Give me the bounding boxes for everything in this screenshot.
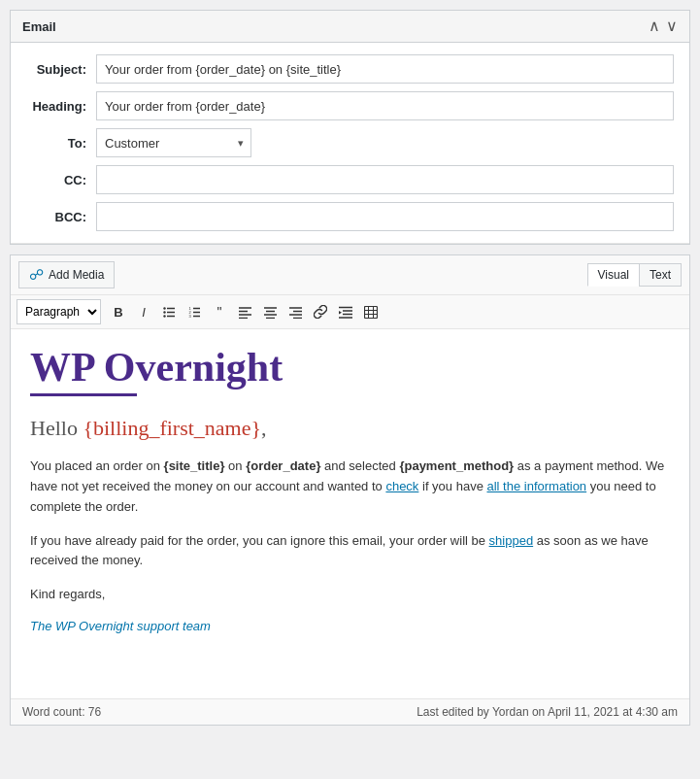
svg-marker-28 — [339, 311, 342, 315]
expand-icon[interactable]: ∨ — [666, 18, 678, 34]
order-date-placeholder: {order_date} — [246, 458, 320, 473]
blockquote-button[interactable]: " — [208, 300, 231, 323]
subject-label: Subject: — [26, 62, 96, 77]
editor-toolbar-top: ☍ Add Media Visual Text — [11, 255, 689, 295]
shipped-link: shipped — [489, 533, 534, 548]
add-media-button[interactable]: ☍ Add Media — [18, 261, 115, 288]
cc-label: CC: — [26, 173, 96, 187]
to-label: To: — [26, 136, 96, 151]
ordered-list-button[interactable]: 123 — [183, 300, 206, 323]
editor-content[interactable]: WP Overnight Hello {billing_first_name},… — [11, 329, 689, 698]
heading-input[interactable] — [96, 91, 674, 120]
bcc-input[interactable] — [96, 202, 674, 231]
table-button[interactable] — [359, 300, 383, 323]
add-media-icon: ☍ — [29, 266, 44, 284]
align-center-button[interactable] — [258, 300, 282, 323]
panel-header: Email ∧ ∨ — [11, 11, 689, 43]
check-link: check — [385, 479, 418, 493]
link-button[interactable] — [309, 300, 332, 323]
subject-row: Subject: — [26, 54, 674, 84]
svg-point-5 — [163, 315, 165, 317]
paragraph-select-wrapper: Paragraph Heading 1 Heading 2 — [17, 299, 105, 324]
word-count: Word count: 76 — [22, 705, 101, 719]
svg-text:3: 3 — [188, 314, 191, 319]
email-form: Subject: Heading: To: Customer Admin Oth… — [11, 43, 689, 244]
panel-controls: ∧ ∨ — [649, 18, 678, 34]
to-select[interactable]: Customer Admin Other — [96, 128, 251, 157]
cc-row: CC: — [26, 165, 674, 194]
body-paragraph-2: If you have already paid for the order, … — [30, 531, 670, 572]
body-paragraph-1: You placed an order on {site_title} on {… — [30, 457, 670, 517]
tab-text[interactable]: Text — [639, 263, 682, 287]
svg-rect-29 — [365, 306, 378, 318]
align-left-button[interactable] — [233, 300, 256, 323]
email-panel: Email ∧ ∨ Subject: Heading: To: Customer… — [10, 10, 690, 245]
greeting-line: Hello {billing_first_name}, — [30, 416, 670, 441]
subject-input[interactable] — [96, 54, 674, 84]
last-edited: Last edited by Yordan on April 11, 2021 … — [417, 705, 678, 719]
bold-button[interactable]: B — [107, 300, 130, 323]
brand-title: WP Overnight — [30, 345, 670, 390]
view-tabs: Visual Text — [587, 263, 682, 287]
align-right-button[interactable] — [283, 300, 307, 323]
unordered-list-button[interactable] — [157, 300, 181, 323]
heading-row: Heading: — [26, 91, 674, 120]
signature: The WP Overnight support team — [30, 619, 670, 633]
body-paragraph-3: Kind regards, — [30, 585, 670, 605]
italic-button[interactable]: I — [132, 300, 155, 323]
collapse-icon[interactable]: ∧ — [649, 18, 660, 34]
payment-method-placeholder: {payment_method} — [399, 458, 514, 473]
paragraph-select[interactable]: Paragraph Heading 1 Heading 2 — [17, 299, 101, 324]
brand-title-underline — [30, 393, 137, 396]
to-row: To: Customer Admin Other ▾ — [26, 128, 674, 157]
site-title-placeholder: {site_title} — [164, 458, 225, 473]
heading-label: Heading: — [26, 99, 96, 114]
tab-visual[interactable]: Visual — [587, 263, 639, 287]
to-select-wrapper: Customer Admin Other ▾ — [96, 128, 251, 157]
formatting-toolbar: Paragraph Heading 1 Heading 2 B I 123 " — [11, 295, 689, 329]
bcc-label: BCC: — [26, 210, 96, 224]
indent-button[interactable] — [334, 300, 357, 323]
cc-input[interactable] — [96, 165, 674, 194]
panel-title: Email — [22, 19, 56, 34]
add-media-label: Add Media — [49, 268, 104, 282]
bcc-row: BCC: — [26, 202, 674, 231]
greeting-placeholder: {billing_first_name} — [83, 416, 261, 440]
editor-container: ☍ Add Media Visual Text Paragraph Headin… — [10, 254, 690, 726]
svg-point-4 — [163, 311, 165, 313]
svg-point-3 — [163, 307, 165, 309]
all-link: all the information — [486, 479, 586, 493]
editor-footer: Word count: 76 Last edited by Yordan on … — [11, 698, 689, 725]
